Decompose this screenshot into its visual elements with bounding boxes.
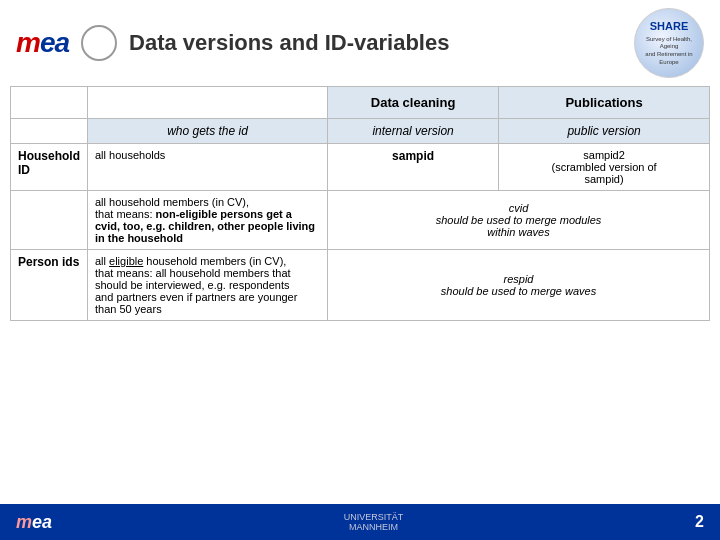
col2-header bbox=[88, 87, 328, 119]
column-header-row: Data cleaning Publications bbox=[11, 87, 710, 119]
table-row: all household members (in CV), that mean… bbox=[11, 191, 710, 250]
institution-logo bbox=[81, 25, 117, 61]
footer-university: UNIVERSITÄT MANNHEIM bbox=[344, 512, 404, 532]
internal-version-cell: internal version bbox=[328, 119, 499, 144]
pub-val-household: sampid2(scrambled version ofsampid) bbox=[499, 144, 710, 191]
mea-logo: mea bbox=[16, 27, 69, 59]
row-label-household: HouseholdID bbox=[11, 144, 88, 191]
cleaning-val-household: sampid bbox=[328, 144, 499, 191]
footer-page-number: 2 bbox=[695, 513, 704, 531]
publications-header: Publications bbox=[499, 87, 710, 119]
row-desc-cvid: all household members (in CV), that mean… bbox=[88, 191, 328, 250]
main-table-wrapper: Data cleaning Publications who gets the … bbox=[0, 86, 720, 321]
footer-mea-logo: mea bbox=[16, 512, 52, 533]
public-version-cell: public version bbox=[499, 119, 710, 144]
table-row: Person ids all eligible household member… bbox=[11, 250, 710, 321]
sub-header-row: who gets the id internal version public … bbox=[11, 119, 710, 144]
data-versions-table: Data cleaning Publications who gets the … bbox=[10, 86, 710, 321]
share-logo: SHARE Survey of Health, Ageing and Retir… bbox=[634, 8, 704, 78]
cleaning-val-respid: respidshould be used to merge waves bbox=[328, 250, 710, 321]
page-footer: mea UNIVERSITÄT MANNHEIM 2 bbox=[0, 504, 720, 540]
data-cleaning-header: Data cleaning bbox=[328, 87, 499, 119]
row-desc-person-ids: all eligible household members (in CV), … bbox=[88, 250, 328, 321]
row-label-person-ids: Person ids bbox=[11, 250, 88, 321]
row-desc-household: all households bbox=[88, 144, 328, 191]
page-header: mea Data versions and ID-variables SHARE… bbox=[0, 0, 720, 82]
share-logo-circle: SHARE Survey of Health, Ageing and Retir… bbox=[634, 8, 704, 78]
page-title: Data versions and ID-variables bbox=[129, 30, 622, 56]
cleaning-val-cvid: cvidshould be used to merge moduleswithi… bbox=[328, 191, 710, 250]
who-gets-id-cell: who gets the id bbox=[88, 119, 328, 144]
sub-col1 bbox=[11, 119, 88, 144]
row-label-cvid bbox=[11, 191, 88, 250]
table-row: HouseholdID all households sampid sampid… bbox=[11, 144, 710, 191]
col1-header bbox=[11, 87, 88, 119]
